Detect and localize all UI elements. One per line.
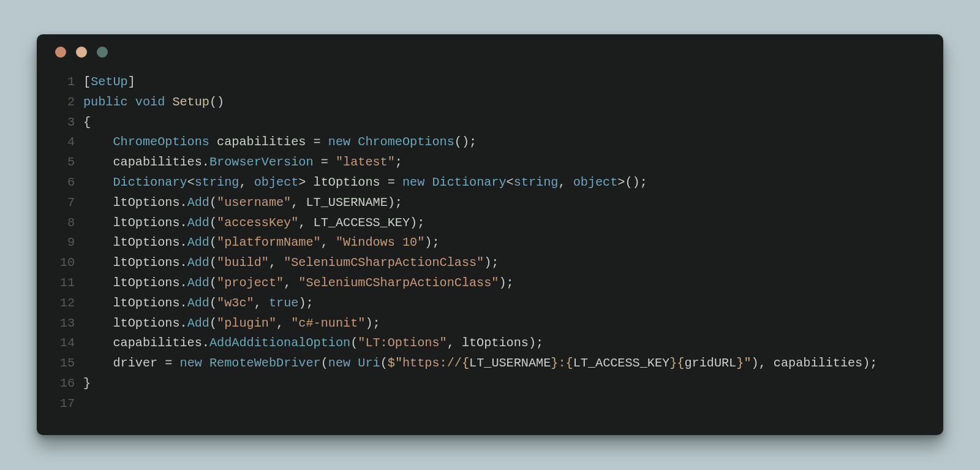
code-line[interactable]: 2public void Setup() xyxy=(37,93,943,113)
zoom-icon[interactable] xyxy=(97,47,108,58)
token-punct: ( xyxy=(350,336,358,350)
code-line[interactable]: 15 driver = new RemoteWebDriver(new Uri(… xyxy=(37,354,943,374)
indent xyxy=(83,314,113,334)
code-line[interactable]: 16} xyxy=(37,374,943,394)
token-ident: ltOptions xyxy=(113,276,179,290)
token-str: : xyxy=(558,356,565,370)
token-type: RemoteWebDriver xyxy=(209,356,321,370)
token-punct: ); xyxy=(529,336,543,350)
line-number: 17 xyxy=(37,394,83,414)
token-punct: ); xyxy=(424,235,439,249)
code-editor[interactable]: 1[SetUp]2public void Setup()3{4 ChromeOp… xyxy=(37,72,943,435)
token-orange: " xyxy=(744,356,751,370)
code-content[interactable]: driver = new RemoteWebDriver(new Uri($"h… xyxy=(83,354,877,374)
code-line[interactable]: 14 capabilities.AddAdditionalOption("LT:… xyxy=(37,333,943,354)
line-number: 9 xyxy=(37,233,83,253)
indent xyxy=(83,173,113,193)
token-ident: ltOptions xyxy=(462,336,529,350)
code-line[interactable]: 17 xyxy=(37,394,943,414)
token-ident: capabilities xyxy=(217,135,314,149)
code-content[interactable]: ltOptions.Add("plugin", "c#-nunit"); xyxy=(83,314,380,334)
code-line[interactable]: 3{ xyxy=(37,113,943,133)
token-kw: object xyxy=(254,175,299,189)
token-ident: ltOptions xyxy=(113,316,179,330)
token-str: "w3c" xyxy=(217,296,254,310)
code-line[interactable]: 8 ltOptions.Add("accessKey", LT_ACCESS_K… xyxy=(37,213,943,233)
code-content[interactable]: ChromeOptions capabilities = new ChromeO… xyxy=(83,132,477,153)
code-content[interactable]: [SetUp] xyxy=(83,72,135,93)
token-punct: ); xyxy=(499,276,513,290)
token-type: Dictionary xyxy=(113,175,187,189)
token-punct: () xyxy=(209,95,224,109)
token-const: LT_USERNAME xyxy=(306,195,387,210)
indent xyxy=(83,354,113,374)
code-content[interactable]: ltOptions.Add("platformName", "Windows 1… xyxy=(83,233,440,253)
token-punct: [ xyxy=(83,75,91,89)
token-punct: (); xyxy=(454,135,477,149)
token-type: Dictionary xyxy=(432,175,506,189)
token-punct: . xyxy=(202,336,209,350)
indent xyxy=(83,153,113,173)
code-content[interactable]: ltOptions.Add("build", "SeleniumCSharpAc… xyxy=(83,253,499,273)
token-kw: new xyxy=(402,175,432,189)
token-punct: ); xyxy=(388,195,402,210)
token-punct: ] xyxy=(128,75,135,89)
token-punct: , xyxy=(284,276,298,290)
token-punct: , xyxy=(447,336,462,350)
token-type: ChromeOptions xyxy=(358,135,454,149)
token-ident: capabilities xyxy=(113,336,202,350)
token-type: Add xyxy=(187,296,209,310)
line-number: 7 xyxy=(37,193,83,213)
code-line[interactable]: 10 ltOptions.Add("build", "SeleniumCShar… xyxy=(37,253,943,273)
code-line[interactable]: 7 ltOptions.Add("username", LT_USERNAME)… xyxy=(37,193,943,213)
close-icon[interactable] xyxy=(55,47,66,58)
token-punct: ( xyxy=(209,256,217,270)
token-punct: ) xyxy=(752,356,759,370)
code-line[interactable]: 6 Dictionary<string, object> ltOptions =… xyxy=(37,173,943,193)
code-content[interactable]: ltOptions.Add("project", "SeleniumCSharp… xyxy=(83,273,514,294)
code-content[interactable]: ltOptions.Add("username", LT_USERNAME); xyxy=(83,193,402,213)
code-line[interactable]: 4 ChromeOptions capabilities = new Chrom… xyxy=(37,132,943,153)
token-kw: new xyxy=(328,135,358,149)
token-type: Add xyxy=(187,235,209,249)
token-kw: new xyxy=(180,356,209,370)
line-number: 2 xyxy=(37,93,83,113)
token-punct: , xyxy=(558,175,573,189)
minimize-icon[interactable] xyxy=(76,47,87,58)
token-punct: ( xyxy=(209,235,217,249)
token-str: "latest" xyxy=(336,155,395,169)
code-line[interactable]: 1[SetUp] xyxy=(37,72,943,93)
code-content[interactable]: { xyxy=(83,113,91,133)
token-ident: ltOptions xyxy=(314,175,388,189)
token-orange: } xyxy=(551,356,558,370)
indent xyxy=(83,273,113,294)
token-punct: , xyxy=(321,235,336,249)
token-punct: . xyxy=(180,256,187,270)
token-punct: ); xyxy=(484,256,499,270)
token-punct: , xyxy=(239,175,254,189)
token-type: AddAdditionalOption xyxy=(209,336,350,350)
token-punct: ( xyxy=(380,356,388,370)
code-content[interactable]: ltOptions.Add("w3c", true); xyxy=(83,294,314,314)
code-content[interactable]: ltOptions.Add("accessKey", LT_ACCESS_KEY… xyxy=(83,213,424,233)
code-content[interactable]: capabilities.BrowserVersion = "latest"; xyxy=(83,153,402,173)
code-content[interactable]: } xyxy=(83,374,91,394)
code-line[interactable]: 9 ltOptions.Add("platformName", "Windows… xyxy=(37,233,943,253)
token-punct: < xyxy=(187,175,195,189)
token-punct: ); xyxy=(365,316,380,330)
token-const: gridURL xyxy=(684,356,736,370)
code-content[interactable]: public void Setup() xyxy=(83,93,224,113)
token-type: Add xyxy=(187,216,209,230)
token-punct: . xyxy=(180,216,187,230)
token-ident: ltOptions xyxy=(113,195,179,210)
line-number: 4 xyxy=(37,132,83,153)
code-line[interactable]: 5 capabilities.BrowserVersion = "latest"… xyxy=(37,153,943,173)
code-content[interactable]: capabilities.AddAdditionalOption("LT:Opt… xyxy=(83,333,543,354)
code-line[interactable]: 13 ltOptions.Add("plugin", "c#-nunit"); xyxy=(37,314,943,334)
token-punct: >(); xyxy=(617,175,647,189)
token-str: "SeleniumCSharpActionClass" xyxy=(298,276,499,290)
code-line[interactable]: 12 ltOptions.Add("w3c", true); xyxy=(37,294,943,314)
code-content[interactable]: Dictionary<string, object> ltOptions = n… xyxy=(83,173,647,193)
code-line[interactable]: 11 ltOptions.Add("project", "SeleniumCSh… xyxy=(37,273,943,294)
token-punct: ( xyxy=(209,195,217,210)
